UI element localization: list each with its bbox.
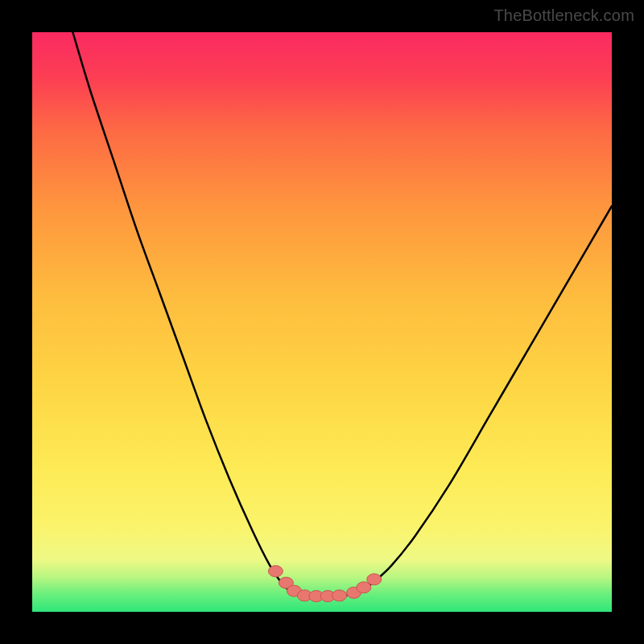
marker-valley-4 [332,590,347,601]
chart-frame: TheBottleneck.com [0,0,644,644]
chart-plot-area [32,32,612,612]
marker-left-upper [268,566,283,577]
series-curve-left [72,32,295,594]
chart-svg [32,32,612,612]
series-curve-right [354,206,612,594]
attribution-watermark: TheBottleneck.com [493,6,634,25]
chart-curves [72,32,612,597]
chart-markers [268,566,381,602]
marker-right-upper [367,574,382,585]
